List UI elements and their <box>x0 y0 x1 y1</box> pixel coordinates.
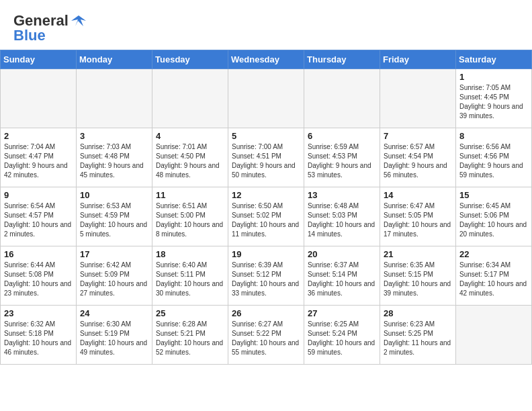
calendar-cell: 18Sunrise: 6:40 AM Sunset: 5:11 PM Dayli… <box>152 246 228 306</box>
day-number: 20 <box>308 249 376 259</box>
calendar-cell: 21Sunrise: 6:35 AM Sunset: 5:15 PM Dayli… <box>380 246 456 306</box>
day-number: 23 <box>4 308 73 318</box>
day-info: Sunrise: 6:32 AM Sunset: 5:18 PM Dayligh… <box>4 320 73 357</box>
day-number: 8 <box>459 131 528 141</box>
svg-marker-0 <box>71 15 86 26</box>
day-number: 22 <box>459 249 528 259</box>
weekday-header-saturday: Saturday <box>456 50 532 69</box>
calendar-cell: 6Sunrise: 6:59 AM Sunset: 4:53 PM Daylig… <box>304 128 380 187</box>
day-number: 7 <box>384 131 452 141</box>
day-info: Sunrise: 7:05 AM Sunset: 4:45 PM Dayligh… <box>459 83 528 121</box>
calendar-cell: 15Sunrise: 6:45 AM Sunset: 5:06 PM Dayli… <box>456 187 532 246</box>
day-number: 26 <box>232 308 300 318</box>
day-number: 27 <box>308 308 376 318</box>
day-info: Sunrise: 6:56 AM Sunset: 4:56 PM Dayligh… <box>459 142 528 180</box>
calendar-cell: 4Sunrise: 7:01 AM Sunset: 4:50 PM Daylig… <box>152 128 228 187</box>
calendar-cell: 14Sunrise: 6:47 AM Sunset: 5:05 PM Dayli… <box>380 187 456 246</box>
day-info: Sunrise: 6:40 AM Sunset: 5:11 PM Dayligh… <box>156 261 224 298</box>
calendar-cell <box>1 69 77 128</box>
day-info: Sunrise: 7:01 AM Sunset: 4:50 PM Dayligh… <box>156 142 224 180</box>
day-number: 12 <box>232 190 300 200</box>
week-row-0: 1Sunrise: 7:05 AM Sunset: 4:45 PM Daylig… <box>1 69 532 128</box>
day-info: Sunrise: 6:28 AM Sunset: 5:21 PM Dayligh… <box>156 320 224 357</box>
week-row-3: 16Sunrise: 6:44 AM Sunset: 5:08 PM Dayli… <box>1 246 532 306</box>
day-info: Sunrise: 6:34 AM Sunset: 5:17 PM Dayligh… <box>459 261 528 298</box>
calendar-cell: 24Sunrise: 6:30 AM Sunset: 5:19 PM Dayli… <box>77 306 152 365</box>
day-info: Sunrise: 6:45 AM Sunset: 5:06 PM Dayligh… <box>459 201 528 239</box>
day-info: Sunrise: 6:39 AM Sunset: 5:12 PM Dayligh… <box>232 261 300 298</box>
calendar-cell: 22Sunrise: 6:34 AM Sunset: 5:17 PM Dayli… <box>456 246 532 306</box>
calendar-cell: 10Sunrise: 6:53 AM Sunset: 4:59 PM Dayli… <box>77 187 152 246</box>
week-row-2: 9Sunrise: 6:54 AM Sunset: 4:57 PM Daylig… <box>1 187 532 246</box>
day-info: Sunrise: 6:27 AM Sunset: 5:22 PM Dayligh… <box>232 320 300 357</box>
calendar-cell: 28Sunrise: 6:23 AM Sunset: 5:25 PM Dayli… <box>380 306 456 365</box>
day-info: Sunrise: 6:42 AM Sunset: 5:09 PM Dayligh… <box>80 261 148 298</box>
weekday-header-thursday: Thursday <box>304 50 380 69</box>
day-info: Sunrise: 6:35 AM Sunset: 5:15 PM Dayligh… <box>384 261 452 298</box>
day-number: 3 <box>80 131 148 141</box>
calendar-cell <box>152 69 228 128</box>
day-info: Sunrise: 7:04 AM Sunset: 4:47 PM Dayligh… <box>4 142 73 180</box>
day-info: Sunrise: 6:51 AM Sunset: 5:00 PM Dayligh… <box>156 201 224 239</box>
weekday-header-tuesday: Tuesday <box>152 50 228 69</box>
day-info: Sunrise: 6:50 AM Sunset: 5:02 PM Dayligh… <box>232 201 300 239</box>
day-info: Sunrise: 6:30 AM Sunset: 5:19 PM Dayligh… <box>80 320 148 357</box>
day-number: 4 <box>156 131 224 141</box>
day-info: Sunrise: 6:23 AM Sunset: 5:25 PM Dayligh… <box>384 320 452 357</box>
day-info: Sunrise: 6:37 AM Sunset: 5:14 PM Dayligh… <box>308 261 376 298</box>
calendar-cell: 1Sunrise: 7:05 AM Sunset: 4:45 PM Daylig… <box>456 69 532 128</box>
day-info: Sunrise: 6:57 AM Sunset: 4:54 PM Dayligh… <box>384 142 452 180</box>
day-number: 21 <box>384 249 452 259</box>
day-info: Sunrise: 6:53 AM Sunset: 4:59 PM Dayligh… <box>80 201 148 239</box>
day-number: 25 <box>156 308 224 318</box>
day-number: 11 <box>156 190 224 200</box>
day-info: Sunrise: 7:03 AM Sunset: 4:48 PM Dayligh… <box>80 142 148 180</box>
logo: General Blue <box>13 12 86 44</box>
day-number: 14 <box>384 190 452 200</box>
calendar-cell: 2Sunrise: 7:04 AM Sunset: 4:47 PM Daylig… <box>1 128 77 187</box>
day-number: 5 <box>232 131 300 141</box>
page: General Blue SundayMondayTuesdayWednesda… <box>0 0 532 365</box>
week-row-1: 2Sunrise: 7:04 AM Sunset: 4:47 PM Daylig… <box>1 128 532 187</box>
day-number: 15 <box>459 190 528 200</box>
day-number: 19 <box>232 249 300 259</box>
day-number: 1 <box>459 72 528 82</box>
day-info: Sunrise: 6:54 AM Sunset: 4:57 PM Dayligh… <box>4 201 73 239</box>
day-number: 16 <box>4 249 73 259</box>
logo-blue-text: Blue <box>13 27 46 44</box>
weekday-header-friday: Friday <box>380 50 456 69</box>
calendar-cell: 20Sunrise: 6:37 AM Sunset: 5:14 PM Dayli… <box>304 246 380 306</box>
calendar-cell: 17Sunrise: 6:42 AM Sunset: 5:09 PM Dayli… <box>77 246 152 306</box>
calendar-cell <box>228 69 304 128</box>
day-info: Sunrise: 6:44 AM Sunset: 5:08 PM Dayligh… <box>4 261 73 298</box>
weekday-header-row: SundayMondayTuesdayWednesdayThursdayFrid… <box>1 50 532 69</box>
calendar-cell <box>304 69 380 128</box>
day-info: Sunrise: 6:59 AM Sunset: 4:53 PM Dayligh… <box>308 142 376 180</box>
day-number: 28 <box>384 308 452 318</box>
weekday-header-sunday: Sunday <box>1 50 77 69</box>
calendar-cell: 11Sunrise: 6:51 AM Sunset: 5:00 PM Dayli… <box>152 187 228 246</box>
logo-bird-icon <box>71 14 86 28</box>
day-info: Sunrise: 6:25 AM Sunset: 5:24 PM Dayligh… <box>308 320 376 357</box>
calendar-cell: 13Sunrise: 6:48 AM Sunset: 5:03 PM Dayli… <box>304 187 380 246</box>
day-number: 13 <box>308 190 376 200</box>
calendar-cell: 26Sunrise: 6:27 AM Sunset: 5:22 PM Dayli… <box>228 306 304 365</box>
day-number: 10 <box>80 190 148 200</box>
day-info: Sunrise: 7:00 AM Sunset: 4:51 PM Dayligh… <box>232 142 300 180</box>
calendar-cell <box>77 69 152 128</box>
calendar-cell: 7Sunrise: 6:57 AM Sunset: 4:54 PM Daylig… <box>380 128 456 187</box>
calendar-cell: 19Sunrise: 6:39 AM Sunset: 5:12 PM Dayli… <box>228 246 304 306</box>
calendar-cell: 3Sunrise: 7:03 AM Sunset: 4:48 PM Daylig… <box>77 128 152 187</box>
calendar-cell: 23Sunrise: 6:32 AM Sunset: 5:18 PM Dayli… <box>1 306 77 365</box>
weekday-header-wednesday: Wednesday <box>228 50 304 69</box>
day-number: 17 <box>80 249 148 259</box>
calendar-cell: 25Sunrise: 6:28 AM Sunset: 5:21 PM Dayli… <box>152 306 228 365</box>
calendar-cell: 16Sunrise: 6:44 AM Sunset: 5:08 PM Dayli… <box>1 246 77 306</box>
week-row-4: 23Sunrise: 6:32 AM Sunset: 5:18 PM Dayli… <box>1 306 532 365</box>
weekday-header-monday: Monday <box>77 50 152 69</box>
day-number: 24 <box>80 308 148 318</box>
day-number: 9 <box>4 190 73 200</box>
calendar-cell <box>380 69 456 128</box>
header: General Blue <box>0 0 532 50</box>
calendar-cell: 8Sunrise: 6:56 AM Sunset: 4:56 PM Daylig… <box>456 128 532 187</box>
